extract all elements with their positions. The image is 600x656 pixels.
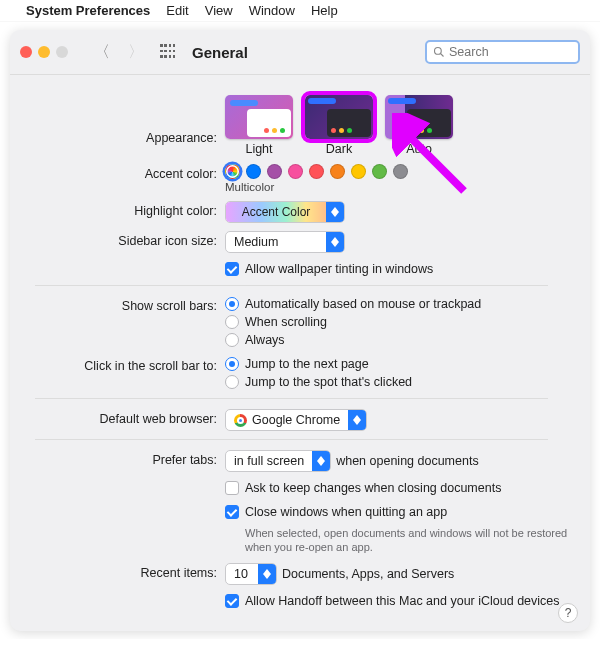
search-input[interactable] — [449, 45, 559, 59]
accent-caption: Multicolor — [225, 181, 274, 193]
checkbox-icon — [225, 505, 239, 519]
highlight-select[interactable]: Accent Color — [225, 201, 345, 223]
wallpaper-tint-checkbox[interactable]: Allow wallpaper tinting in windows — [225, 261, 433, 277]
close-button[interactable] — [20, 46, 32, 58]
sidebar-size-label: Sidebar icon size: — [10, 231, 225, 248]
tabs-label: Prefer tabs: — [10, 450, 225, 467]
prefs-window: 〈 〉 General Appearance: Light — [10, 30, 590, 631]
accent-multicolor[interactable] — [225, 164, 240, 179]
search-field[interactable] — [425, 40, 580, 64]
handoff-checkbox[interactable]: Allow Handoff between this Mac and your … — [225, 593, 560, 609]
scroll-option-auto-label: Automatically based on mouse or trackpad — [245, 297, 481, 311]
wallpaper-tint-label: Allow wallpaper tinting in windows — [245, 262, 433, 276]
appearance-label: Appearance: — [10, 107, 225, 145]
click-scroll-next-label: Jump to the next page — [245, 357, 369, 371]
checkbox-icon — [225, 481, 239, 495]
accent-yellow[interactable] — [351, 164, 366, 179]
recent-suffix: Documents, Apps, and Servers — [282, 567, 454, 581]
browser-label: Default web browser: — [10, 409, 225, 426]
accent-pink[interactable] — [288, 164, 303, 179]
tabs-value: in full screen — [226, 454, 312, 468]
svg-point-0 — [435, 48, 442, 55]
menu-view[interactable]: View — [205, 3, 233, 18]
close-windows-label: Close windows when quitting an app — [245, 505, 447, 519]
highlight-label: Highlight color: — [10, 201, 225, 218]
accent-blue[interactable] — [246, 164, 261, 179]
browser-select[interactable]: Google Chrome — [225, 409, 367, 431]
accent-green[interactable] — [372, 164, 387, 179]
click-scroll-spot-label: Jump to the spot that's clicked — [245, 375, 412, 389]
app-menu[interactable]: System Preferences — [26, 3, 150, 18]
window-title: General — [192, 44, 248, 61]
general-pane: Appearance: Light Dark — [10, 75, 590, 631]
click-scroll-spot[interactable]: Jump to the spot that's clicked — [225, 374, 412, 390]
toolbar-nav: 〈 〉 — [88, 40, 150, 65]
zoom-button[interactable] — [56, 46, 68, 58]
radio-icon — [225, 333, 239, 347]
checkbox-icon — [225, 262, 239, 276]
menu-edit[interactable]: Edit — [166, 3, 188, 18]
menu-help[interactable]: Help — [311, 3, 338, 18]
appearance-option-auto-label: Auto — [406, 142, 432, 156]
scroll-option-always[interactable]: Always — [225, 332, 285, 348]
radio-icon — [225, 357, 239, 371]
show-all-icon[interactable] — [160, 44, 176, 60]
appearance-option-light-label: Light — [245, 142, 272, 156]
tabs-suffix: when opening documents — [336, 454, 478, 468]
svg-line-1 — [441, 54, 444, 57]
handoff-label: Allow Handoff between this Mac and your … — [245, 594, 560, 608]
ask-keep-label: Ask to keep changes when closing documen… — [245, 481, 501, 495]
scroll-option-scrolling-label: When scrolling — [245, 315, 327, 329]
browser-value: Google Chrome — [252, 413, 340, 427]
accent-purple[interactable] — [267, 164, 282, 179]
chrome-icon — [234, 414, 247, 427]
checkbox-icon — [225, 594, 239, 608]
forward-button[interactable]: 〉 — [122, 40, 150, 65]
click-scroll-next[interactable]: Jump to the next page — [225, 356, 369, 372]
traffic-lights — [20, 46, 68, 58]
close-windows-checkbox[interactable]: Close windows when quitting an app — [225, 504, 447, 520]
search-icon — [433, 46, 445, 58]
close-windows-hint: When selected, open documents and window… — [245, 526, 568, 555]
system-menubar: System Preferences Edit View Window Help — [0, 0, 600, 22]
back-button[interactable]: 〈 — [88, 40, 116, 65]
scroll-option-scrolling[interactable]: When scrolling — [225, 314, 327, 330]
sidebar-size-value: Medium — [226, 235, 326, 249]
menu-window[interactable]: Window — [249, 3, 295, 18]
highlight-value: Accent Color — [242, 205, 311, 219]
recent-label: Recent items: — [10, 563, 225, 580]
radio-icon — [225, 297, 239, 311]
minimize-button[interactable] — [38, 46, 50, 58]
recent-select[interactable]: 10 — [225, 563, 277, 585]
accent-graphite[interactable] — [393, 164, 408, 179]
help-button[interactable]: ? — [558, 603, 578, 623]
window-toolbar: 〈 〉 General — [10, 30, 590, 74]
sidebar-size-select[interactable]: Medium — [225, 231, 345, 253]
scroll-label: Show scroll bars: — [10, 296, 225, 313]
radio-icon — [225, 375, 239, 389]
ask-keep-checkbox[interactable]: Ask to keep changes when closing documen… — [225, 480, 501, 496]
tabs-select[interactable]: in full screen — [225, 450, 331, 472]
accent-swatches — [225, 164, 408, 179]
appearance-option-auto[interactable] — [385, 95, 453, 139]
accent-label: Accent color: — [10, 164, 225, 181]
click-scroll-label: Click in the scroll bar to: — [10, 356, 225, 373]
radio-icon — [225, 315, 239, 329]
appearance-option-light[interactable] — [225, 95, 293, 139]
appearance-option-dark[interactable] — [305, 95, 373, 139]
recent-value: 10 — [226, 567, 258, 581]
scroll-option-auto[interactable]: Automatically based on mouse or trackpad — [225, 296, 481, 312]
scroll-option-always-label: Always — [245, 333, 285, 347]
appearance-option-dark-label: Dark — [326, 142, 352, 156]
accent-red[interactable] — [309, 164, 324, 179]
accent-orange[interactable] — [330, 164, 345, 179]
